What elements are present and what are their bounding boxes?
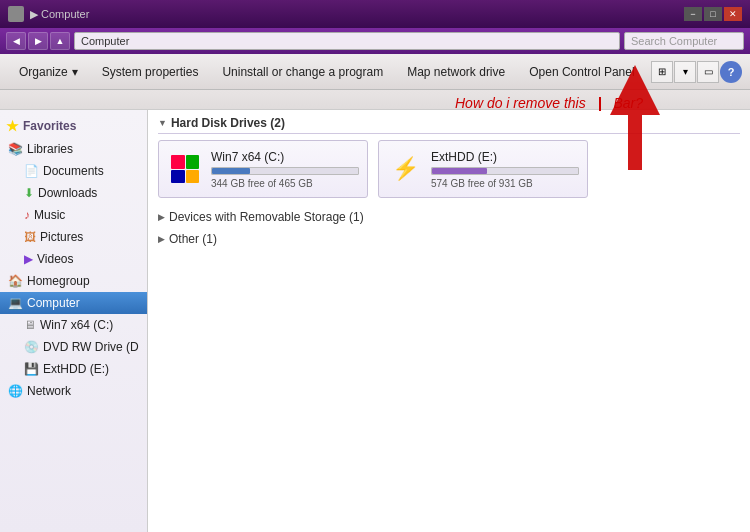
drive-e-size: 574 GB free of 931 GB bbox=[431, 178, 579, 189]
removable-header[interactable]: ▶ Devices with Removable Storage (1) bbox=[158, 208, 740, 226]
up-button[interactable]: ▲ bbox=[50, 32, 70, 50]
organize-button[interactable]: Organize ▾ bbox=[8, 58, 89, 86]
help-button[interactable]: ? bbox=[720, 61, 742, 83]
sidebar-item-libraries[interactable]: 📚 Libraries bbox=[0, 138, 147, 160]
removable-label: Devices with Removable Storage (1) bbox=[169, 210, 364, 224]
removable-section: ▶ Devices with Removable Storage (1) bbox=[158, 208, 740, 226]
view-dropdown-button[interactable]: ▾ bbox=[674, 61, 696, 83]
title-controls: − □ ✕ bbox=[684, 7, 742, 21]
dvd-label: DVD RW Drive (D bbox=[43, 340, 139, 354]
view-toggle-button[interactable]: ⊞ bbox=[651, 61, 673, 83]
documents-icon: 📄 bbox=[24, 164, 39, 178]
drive-e-tile[interactable]: ⚡ ExtHDD (E:) 574 GB free of 931 GB bbox=[378, 140, 588, 198]
libraries-label: Libraries bbox=[27, 142, 73, 156]
maximize-button[interactable]: □ bbox=[704, 7, 722, 21]
other-chevron: ▶ bbox=[158, 234, 165, 244]
other-label: Other (1) bbox=[169, 232, 217, 246]
hdd-section-header: ▼ Hard Disk Drives (2) bbox=[158, 116, 740, 134]
pictures-label: Pictures bbox=[40, 230, 83, 244]
drives-row: Win7 x64 (C:) 344 GB free of 465 GB ⚡ Ex… bbox=[158, 140, 740, 198]
sidebar-item-exthdd[interactable]: 💾 ExtHDD (E:) bbox=[0, 358, 147, 380]
drive-c-label: Win7 x64 (C:) bbox=[40, 318, 113, 332]
minimize-button[interactable]: − bbox=[684, 7, 702, 21]
homegroup-icon: 🏠 bbox=[8, 274, 23, 288]
window-title: ▶ Computer bbox=[30, 8, 89, 21]
drive-c-info: Win7 x64 (C:) 344 GB free of 465 GB bbox=[211, 150, 359, 189]
drive-c-bar-bg bbox=[211, 167, 359, 175]
drive-e-bar-fill bbox=[432, 168, 487, 174]
downloads-icon: ⬇ bbox=[24, 186, 34, 200]
music-icon: ♪ bbox=[24, 208, 30, 222]
music-label: Music bbox=[34, 208, 65, 222]
removable-chevron: ▶ bbox=[158, 212, 165, 222]
search-placeholder: Search Computer bbox=[631, 35, 717, 47]
computer-icon: 💻 bbox=[8, 296, 23, 310]
drive-e-tile-icon: ⚡ bbox=[387, 151, 423, 187]
title-bar-left: ▶ Computer bbox=[8, 6, 89, 22]
content-area: ★ Favorites 📚 Libraries 📄 Documents ⬇ Do… bbox=[0, 110, 750, 532]
address-field[interactable]: Computer bbox=[74, 32, 620, 50]
network-label: Network bbox=[27, 384, 71, 398]
documents-label: Documents bbox=[43, 164, 104, 178]
uninstall-button[interactable]: Uninstall or change a program bbox=[211, 58, 394, 86]
homegroup-label: Homegroup bbox=[27, 274, 90, 288]
back-button[interactable]: ◀ bbox=[6, 32, 26, 50]
drive-c-bar-fill bbox=[212, 168, 250, 174]
sidebar-favorites-header[interactable]: ★ Favorites bbox=[0, 114, 147, 138]
main-pane: ▼ Hard Disk Drives (2) Win7 x64 (C:) bbox=[148, 110, 750, 532]
nav-buttons: ◀ ▶ ▲ bbox=[6, 32, 70, 50]
usb-icon: ⚡ bbox=[392, 156, 419, 182]
sidebar-item-documents[interactable]: 📄 Documents bbox=[0, 160, 147, 182]
organize-chevron: ▾ bbox=[72, 65, 78, 79]
open-cp-button[interactable]: Open Control Panel bbox=[518, 58, 645, 86]
address-text: Computer bbox=[81, 35, 129, 47]
libraries-icon: 📚 bbox=[8, 142, 23, 156]
videos-label: Videos bbox=[37, 252, 73, 266]
drive-c-size: 344 GB free of 465 GB bbox=[211, 178, 359, 189]
videos-icon: ▶ bbox=[24, 252, 33, 266]
forward-button[interactable]: ▶ bbox=[28, 32, 48, 50]
computer-label: Computer bbox=[27, 296, 80, 310]
sidebar: ★ Favorites 📚 Libraries 📄 Documents ⬇ Do… bbox=[0, 110, 148, 532]
address-bar: ◀ ▶ ▲ Computer Search Computer bbox=[0, 28, 750, 54]
sidebar-item-drive-c[interactable]: 🖥 Win7 x64 (C:) bbox=[0, 314, 147, 336]
hdd-section-label: Hard Disk Drives (2) bbox=[171, 116, 285, 130]
downloads-label: Downloads bbox=[38, 186, 97, 200]
exthdd-icon: 💾 bbox=[24, 362, 39, 376]
breadcrumb-bar bbox=[0, 90, 750, 110]
sidebar-item-dvd[interactable]: 💿 DVD RW Drive (D bbox=[0, 336, 147, 358]
drive-e-bar-bg bbox=[431, 167, 579, 175]
pictures-icon: 🖼 bbox=[24, 230, 36, 244]
drive-e-info: ExtHDD (E:) 574 GB free of 931 GB bbox=[431, 150, 579, 189]
sidebar-item-music[interactable]: ♪ Music bbox=[0, 204, 147, 226]
exthdd-label: ExtHDD (E:) bbox=[43, 362, 109, 376]
sidebar-item-downloads[interactable]: ⬇ Downloads bbox=[0, 182, 147, 204]
toolbar: Organize ▾ System properties Uninstall o… bbox=[0, 54, 750, 90]
hdd-chevron: ▼ bbox=[158, 118, 167, 128]
other-section: ▶ Other (1) bbox=[158, 230, 740, 248]
sidebar-item-videos[interactable]: ▶ Videos bbox=[0, 248, 147, 270]
system-properties-button[interactable]: System properties bbox=[91, 58, 210, 86]
close-button[interactable]: ✕ bbox=[724, 7, 742, 21]
sidebar-item-homegroup[interactable]: 🏠 Homegroup bbox=[0, 270, 147, 292]
star-icon: ★ bbox=[6, 118, 19, 134]
drive-c-name: Win7 x64 (C:) bbox=[211, 150, 359, 164]
drive-e-name: ExtHDD (E:) bbox=[431, 150, 579, 164]
preview-button[interactable]: ▭ bbox=[697, 61, 719, 83]
dvd-icon: 💿 bbox=[24, 340, 39, 354]
view-controls: ⊞ ▾ ▭ ? bbox=[651, 61, 742, 83]
favorites-label: Favorites bbox=[23, 119, 76, 133]
sidebar-item-network[interactable]: 🌐 Network bbox=[0, 380, 147, 402]
windows-logo bbox=[171, 155, 199, 183]
sidebar-item-pictures[interactable]: 🖼 Pictures bbox=[0, 226, 147, 248]
title-bar: ▶ Computer − □ ✕ bbox=[0, 0, 750, 28]
search-field[interactable]: Search Computer bbox=[624, 32, 744, 50]
sidebar-item-computer[interactable]: 💻 Computer bbox=[0, 292, 147, 314]
network-icon: 🌐 bbox=[8, 384, 23, 398]
other-header[interactable]: ▶ Other (1) bbox=[158, 230, 740, 248]
drive-c-tile-icon bbox=[167, 151, 203, 187]
drive-c-icon: 🖥 bbox=[24, 318, 36, 332]
organize-label: Organize bbox=[19, 65, 68, 79]
drive-c-tile[interactable]: Win7 x64 (C:) 344 GB free of 465 GB bbox=[158, 140, 368, 198]
map-drive-button[interactable]: Map network drive bbox=[396, 58, 516, 86]
